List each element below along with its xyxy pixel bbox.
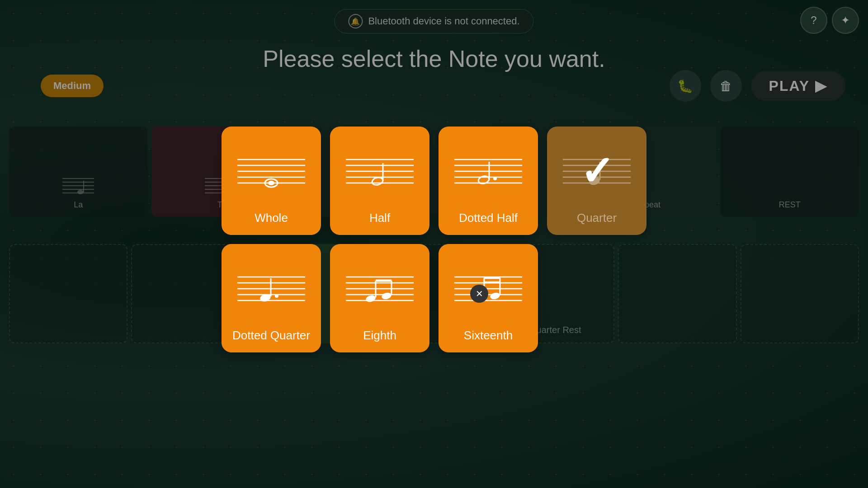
empty-cell [547,244,646,352]
dotted-half-note-label: Dotted Half [459,211,518,225]
note-grid: Whole Half [222,127,646,352]
svg-point-18 [268,181,274,185]
svg-point-66 [490,291,501,300]
sixteenth-note-label: Sixteenth [464,328,513,343]
svg-point-54 [365,294,377,303]
dotted-quarter-note-card[interactable]: Dotted Quarter [222,244,321,352]
whole-note-card[interactable]: Whole [222,127,321,235]
svg-point-33 [493,177,497,180]
dotted-quarter-note-symbol [229,252,314,328]
note-selection-modal: Whole Half [0,0,868,488]
close-button[interactable]: ✕ [470,285,488,303]
quarter-note-card[interactable]: ✓ Quarter [547,127,646,235]
dotted-half-note-card[interactable]: Dotted Half [439,127,538,235]
eighth-note-card[interactable]: Eighth [330,244,429,352]
dotted-half-note-symbol [446,135,531,211]
sixteenth-note-symbol [446,252,531,328]
dotted-quarter-note-label: Dotted Quarter [232,328,310,343]
whole-note-label: Whole [255,211,288,225]
eighth-note-symbol [337,252,422,328]
svg-point-56 [381,291,392,300]
quarter-note-label: Quarter [577,211,617,225]
whole-note-symbol [229,135,314,211]
eighth-note-label: Eighth [363,328,396,343]
half-note-symbol [337,135,422,211]
svg-point-24 [371,176,383,186]
checkmark-icon: ✓ [580,150,614,191]
half-note-label: Half [369,211,390,225]
svg-point-48 [275,294,278,298]
half-note-card[interactable]: Half [330,127,429,235]
sixteenth-note-card[interactable]: Sixteenth [439,244,538,352]
quarter-note-symbol: ✓ [554,135,639,211]
